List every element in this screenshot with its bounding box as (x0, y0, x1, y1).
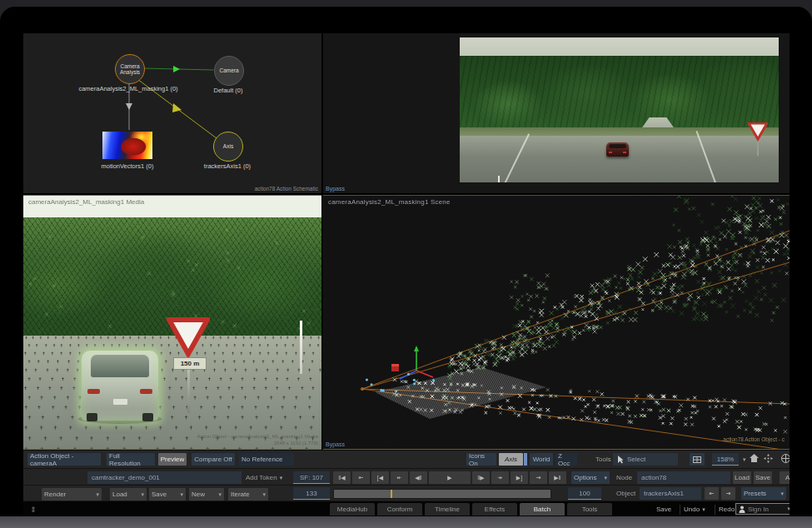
home-view-button[interactable] (750, 454, 759, 462)
full-resolution-button[interactable]: Full Resolution (107, 453, 155, 466)
new-label: New (192, 491, 205, 498)
next-object-button[interactable]: ⇥ (721, 487, 735, 500)
road-marker-post (498, 176, 500, 182)
world-button[interactable]: World (530, 453, 553, 466)
axis-mode-indicator (524, 453, 527, 466)
presets-dropdown[interactable]: Presets ▾ (741, 487, 786, 500)
media-overlay-line1: Action Object - cameraAnalysis2_ML_maski… (197, 433, 318, 440)
camera-node[interactable]: Camera (214, 56, 244, 86)
load-label: Load (112, 491, 127, 498)
timeline-scrubber[interactable] (333, 489, 551, 499)
auto-button-clipped[interactable]: Au (780, 471, 790, 484)
add-token-label: Add Token (246, 474, 277, 481)
load-setup-dropdown[interactable]: Load ▾ (110, 488, 147, 501)
save-label: Save (152, 491, 167, 498)
zoom-caret[interactable]: ▾ (740, 453, 746, 466)
iterate-dropdown[interactable]: Iterate ▾ (228, 488, 268, 501)
node-save-button[interactable]: Save (754, 471, 772, 484)
playhead[interactable] (391, 490, 392, 498)
end-frame-field[interactable]: 100 (568, 487, 601, 500)
result-viewport[interactable]: Bypass (323, 33, 790, 193)
node-name-field[interactable]: action78 (637, 471, 730, 484)
tab-mediahub[interactable]: MediaHub (330, 503, 375, 516)
transport-prev-cut-button[interactable]: [◀ (371, 471, 389, 484)
user-icon (739, 506, 745, 513)
schematic-viewport[interactable]: Camera Analysis Camera Axis cameraAnalys… (23, 33, 321, 193)
current-frame-field[interactable]: 133 (293, 487, 330, 500)
action-object-button[interactable]: Action Object - cameraA (27, 453, 101, 466)
pan-arrows-icon (764, 454, 773, 463)
new-setup-dropdown[interactable]: New ▾ (189, 488, 224, 501)
media-overlay-info: Action Object - cameraAnalysis2_ML_maski… (197, 433, 318, 446)
options-dropdown[interactable]: Options ▾ (571, 471, 610, 484)
options-label: Options (574, 474, 597, 481)
sign-in-dropdown[interactable]: Sign In ▾ (735, 503, 790, 515)
transport-go-end-button[interactable]: ⇥ (530, 471, 547, 484)
flame-application: Camera Analysis Camera Axis cameraAnalys… (23, 33, 790, 516)
presets-label: Presets (744, 490, 766, 497)
icons-on-button[interactable]: Icons On (466, 453, 496, 466)
transport-play-button[interactable]: ▶ (429, 471, 471, 484)
media-view-title: cameraAnalysis2_ML_masking1 Media (28, 198, 144, 206)
undo-dropdown[interactable]: Undo ▾ (684, 503, 705, 516)
caret-down-icon: ▾ (702, 506, 705, 513)
tab-effects[interactable]: Effects (472, 503, 517, 516)
caret-down-icon: ▾ (96, 491, 99, 498)
screenshot-stage: Camera Analysis Camera Axis cameraAnalys… (0, 0, 812, 528)
session-save-button[interactable]: Save (656, 503, 671, 516)
no-reference-dropdown[interactable]: No Reference (239, 453, 294, 466)
scene-viewport[interactable]: cameraAnalysis2_ML_masking1 Scene Bypass… (323, 195, 790, 450)
transport-next-key-button[interactable]: ↠ (491, 471, 509, 484)
transport-next-cut-button[interactable]: ▶] (511, 471, 528, 484)
distance-sign: 150 m (173, 357, 207, 370)
start-frame-field[interactable]: SF: 107 (293, 471, 330, 484)
axis-mode-button[interactable]: Axis (499, 453, 523, 466)
caret-down-icon: ▾ (280, 475, 283, 481)
layout-grid-button[interactable] (690, 453, 705, 466)
viewport-toolbar: Action Object - cameraA Full Resolution … (23, 450, 790, 469)
undo-label: Undo (684, 506, 700, 513)
transport-play-reverse-button[interactable]: ◀‖ (410, 471, 427, 484)
add-token-dropdown[interactable]: Add Token ▾ (246, 471, 282, 484)
caret-down-icon: ▾ (141, 491, 144, 498)
transport-step-back-button[interactable]: ↞ (391, 471, 408, 484)
caret-down-icon: ▾ (780, 491, 784, 497)
axis-node[interactable]: Axis (213, 132, 243, 162)
global-view-button[interactable] (781, 454, 790, 463)
render-row: Render ▾ Load ▾ Save ▾ New ▾ Iterate ▾ (23, 485, 790, 501)
transport-go-last-button[interactable]: ▶‖ (549, 471, 566, 484)
preview-button[interactable]: Preview (158, 453, 187, 466)
tab-conform[interactable]: Conform (377, 503, 422, 516)
object-name-field[interactable]: trackersAxis1 (640, 487, 701, 500)
sign-in-label: Sign In (748, 506, 769, 513)
transport-step-forward-button[interactable]: ‖▶ (472, 471, 490, 484)
node-load-button[interactable]: Load (733, 471, 751, 484)
tab-batch[interactable]: Batch (520, 503, 565, 516)
motion-vectors-thumbnail[interactable] (102, 132, 152, 159)
caret-down-icon: ▾ (218, 491, 222, 498)
media-viewport[interactable]: 150 m cameraAnalysis2_ML_masking1 Media … (23, 195, 321, 450)
desk-surface (0, 516, 812, 528)
compare-off-button[interactable]: Compare Off (192, 453, 235, 466)
save-setup-dropdown[interactable]: Save ▾ (149, 488, 186, 501)
setup-name-field[interactable]: camtracker_demo_001 (87, 471, 242, 484)
point-cloud-canvas (323, 196, 790, 450)
z-occ-button[interactable]: Z Occ (555, 453, 577, 466)
zoom-level-field[interactable]: 158% (712, 453, 739, 466)
render-dropdown[interactable]: Render ▾ (42, 488, 102, 501)
caret-down-icon: ▾ (604, 475, 607, 481)
prev-object-button[interactable]: ⇤ (705, 487, 719, 500)
tab-timeline[interactable]: Timeline (425, 503, 470, 516)
home-icon (750, 454, 759, 462)
pan-view-button[interactable] (764, 454, 773, 463)
transport-prev-key-button[interactable]: ⇤ (352, 471, 370, 484)
resize-handle-icon[interactable]: ⇕ (30, 503, 37, 516)
tab-tools[interactable]: Tools (567, 503, 612, 516)
car (606, 142, 629, 157)
camera-analysis-node[interactable]: Camera Analysis (115, 54, 145, 84)
divider (715, 505, 715, 515)
camera-analysis-node-label: Camera Analysis (116, 63, 144, 75)
transport-go-start-button[interactable]: ‖◀ (333, 471, 351, 484)
select-tool-dropdown[interactable]: Select (613, 453, 678, 466)
redo-label: Redo (719, 506, 735, 513)
